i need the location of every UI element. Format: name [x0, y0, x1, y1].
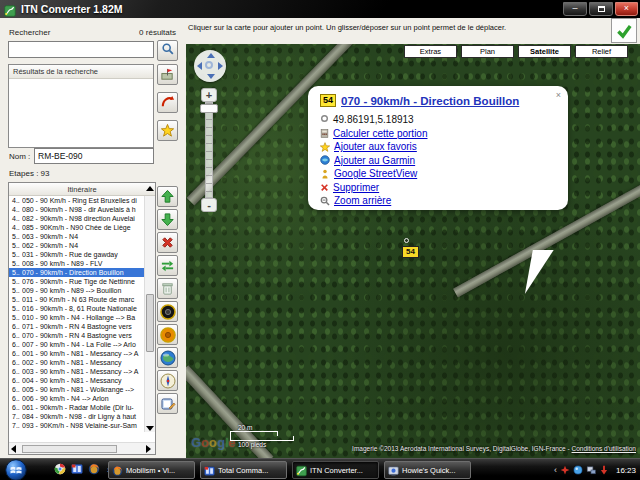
pan-up-icon[interactable]: [207, 53, 215, 58]
pan-center-icon[interactable]: [205, 61, 213, 69]
taskbar-task-mobilism-vi[interactable]: Mobilism • Vi...: [108, 461, 195, 479]
map-type-button-extras[interactable]: Extras: [404, 45, 457, 58]
list-item[interactable]: 5..009 - 90 km/h - N89 --> Bouillon: [9, 286, 145, 295]
bubble-title-link[interactable]: 070 - 90km/h - Direction Bouillon: [341, 95, 519, 107]
zoom-track[interactable]: [205, 102, 213, 198]
list-item[interactable]: 5..011 - 90 Km/h - N 63 Route de marc: [9, 295, 145, 304]
zoom-out-button[interactable]: -: [201, 198, 217, 212]
horizontal-scrollbar-thumb[interactable]: [22, 445, 117, 453]
tray-download-icon[interactable]: [599, 465, 609, 475]
close-button[interactable]: ×: [615, 2, 638, 16]
list-item[interactable]: 7..084 - 90km/h - N98 - dir Ligny à haut: [9, 412, 145, 421]
tray-red-icon[interactable]: [560, 465, 570, 475]
terms-link[interactable]: Conditions d'utilisation: [572, 445, 636, 452]
list-item[interactable]: 6..006 - 90 km/h - N4 --> Arlon: [9, 394, 145, 403]
list-item[interactable]: 5..063 - 90km/h - N4: [9, 232, 145, 241]
start-button[interactable]: [5, 459, 27, 480]
list-item[interactable]: 4..080 - 90km/h - N98 - dir Auvelais à h: [9, 205, 145, 214]
search-button[interactable]: [157, 40, 178, 61]
bubble-link[interactable]: Ajouter au Garmin: [320, 154, 558, 168]
bubble-link[interactable]: Supprimer: [320, 181, 558, 195]
list-item[interactable]: 5..008 - 90 km/h - N89 - FLV: [9, 259, 145, 268]
bubble-link-label[interactable]: Google StreetView: [334, 168, 417, 179]
minimize-button[interactable]: –: [563, 2, 587, 16]
bubble-link-label[interactable]: Supprimer: [333, 182, 379, 193]
google-earth-button[interactable]: [157, 347, 178, 368]
firefox-icon[interactable]: [88, 463, 101, 476]
list-item[interactable]: 4..085 - 90Km/h - N90 Chée de Liège: [9, 223, 145, 232]
map-type-button-plan[interactable]: Plan: [461, 45, 514, 58]
tray-network-icon[interactable]: [586, 465, 596, 475]
list-item[interactable]: 4..050 - 90 Km/h - Ring Est Bruxelles di: [9, 196, 145, 205]
pan-right-icon[interactable]: [218, 62, 223, 70]
itinerary-header[interactable]: Itinéraire: [9, 183, 155, 196]
speed-camera-dark-button[interactable]: [157, 301, 178, 322]
delete-point-button[interactable]: [157, 232, 178, 253]
map-type-button-relief[interactable]: Relief: [575, 45, 628, 58]
list-item[interactable]: 5..062 - 90km/h - N4: [9, 241, 145, 250]
waypoint-dot[interactable]: [404, 238, 409, 243]
search-results-list[interactable]: Résultats de la recherche: [8, 64, 154, 148]
speed-camera-orange-button[interactable]: [157, 324, 178, 345]
favorites-button[interactable]: [157, 120, 178, 141]
maximize-button[interactable]: [589, 2, 613, 16]
list-item[interactable]: 5..031 - 90km/h - Rue de gawday: [9, 250, 145, 259]
reverse-route-button[interactable]: [157, 255, 178, 276]
list-item[interactable]: 4..082 - 90km/h - N98 direction Auvelai: [9, 214, 145, 223]
list-item[interactable]: 5..016 - 90km/h - 8, 61 Route Nationale: [9, 304, 145, 313]
map-type-button-satellite[interactable]: Satellite: [518, 45, 571, 58]
bubble-link-label[interactable]: Calculer cette portion: [333, 128, 428, 139]
scroll-right-icon[interactable]: [146, 445, 151, 453]
list-item[interactable]: 5..070 - 90km/h - Direction Bouillon: [9, 268, 145, 277]
list-item[interactable]: 6..004 - 90 km/h - N81 - Messancy: [9, 376, 145, 385]
vertical-scrollbar-thumb[interactable]: [146, 294, 154, 352]
confirm-button[interactable]: [611, 18, 637, 43]
move-down-button[interactable]: [157, 209, 178, 230]
move-up-button[interactable]: [157, 186, 178, 207]
bubble-link[interactable]: Zoom arrière: [320, 194, 558, 208]
bubble-close-icon[interactable]: ×: [556, 90, 561, 100]
waypoint-marker[interactable]: 54: [402, 246, 419, 258]
bubble-link-label[interactable]: Ajouter au Garmin: [334, 155, 415, 166]
search-input[interactable]: [8, 41, 154, 58]
zoom-slider-thumb[interactable]: [200, 104, 218, 113]
add-point-button[interactable]: [157, 64, 178, 85]
map-canvas[interactable]: + - ExtrasPlanSatelliteRelief 54 × 54 07…: [186, 44, 640, 458]
tray-blue-icon[interactable]: [573, 465, 583, 475]
taskbar-task-total-comma[interactable]: Total Comma...: [200, 461, 287, 479]
list-item[interactable]: 5..076 - 90km/h - Rue Tige de Nettinne: [9, 277, 145, 286]
list-item[interactable]: 6..003 - 90 km/h - N81 - Messancy --> A: [9, 367, 145, 376]
scroll-up-icon[interactable]: [146, 186, 154, 191]
total-commander-icon[interactable]: [71, 463, 84, 476]
clear-route-button[interactable]: [157, 92, 178, 113]
pan-down-icon[interactable]: [207, 74, 215, 79]
list-item[interactable]: 6..070 - 90km/h - RN 4 Bastogne vers: [9, 331, 145, 340]
list-item[interactable]: 6..001 - 90 km/h - N81 - Messancy --> A: [9, 349, 145, 358]
export-button[interactable]: [157, 393, 178, 414]
pan-left-icon[interactable]: [197, 62, 202, 70]
chrome-icon[interactable]: [54, 463, 67, 476]
list-item[interactable]: 5..010 - 90 km/h - N4 - Hollange --> Ba: [9, 313, 145, 322]
list-item[interactable]: 6..007 - 90 km/h - N4 - La Folie --> Arl…: [9, 340, 145, 349]
vertical-scrollbar[interactable]: [144, 196, 155, 432]
compass-button[interactable]: [157, 370, 178, 391]
list-item[interactable]: 7..093 - 90Km/h - N98 Velaine-sur-Sam: [9, 421, 145, 430]
list-item[interactable]: 6..002 - 90 km/h - N81 - Messancy: [9, 358, 145, 367]
list-item[interactable]: 6..061 - 90km/h - Radar Mobile (Dir lu-: [9, 403, 145, 412]
trash-button[interactable]: [157, 278, 178, 299]
bubble-link-label[interactable]: Zoom arrière: [334, 195, 391, 206]
tray-expand-icon[interactable]: ‹: [554, 465, 557, 475]
bubble-link[interactable]: Google StreetView: [320, 167, 558, 181]
list-item[interactable]: 6..071 - 90km/h - RN 4 Bastogne vers: [9, 322, 145, 331]
itinerary-list[interactable]: Itinéraire 4..050 - 90 Km/h - Ring Est B…: [8, 182, 156, 455]
taskbar-task-howie-s-quick[interactable]: Howie's Quick...: [384, 461, 471, 479]
map-pan-control[interactable]: [194, 50, 226, 82]
bubble-link-label[interactable]: Ajouter aux favoris: [334, 141, 417, 152]
zoom-in-button[interactable]: +: [201, 88, 217, 102]
bubble-link[interactable]: Ajouter aux favoris: [320, 140, 558, 154]
horizontal-scrollbar[interactable]: [9, 442, 155, 454]
bubble-link[interactable]: Calculer cette portion: [320, 127, 558, 141]
list-item[interactable]: 6..005 - 90 km/h - N81 - Wolkrange -->: [9, 385, 145, 394]
route-name-input[interactable]: [34, 148, 154, 164]
taskbar-task-itn-converter[interactable]: ITN Converter...: [292, 461, 379, 479]
